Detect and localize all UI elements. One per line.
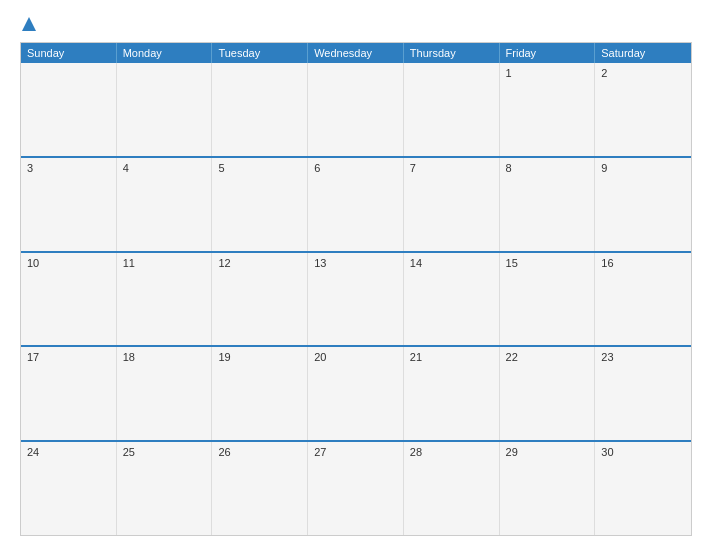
day-number: 8 — [506, 162, 512, 174]
day-number: 14 — [410, 257, 422, 269]
calendar: SundayMondayTuesdayWednesdayThursdayFrid… — [20, 42, 692, 536]
day-cell: 26 — [212, 442, 308, 535]
day-cell — [308, 63, 404, 156]
week-row-1: 12 — [21, 63, 691, 156]
day-number: 15 — [506, 257, 518, 269]
day-cell: 3 — [21, 158, 117, 251]
day-number: 5 — [218, 162, 224, 174]
day-number: 11 — [123, 257, 135, 269]
day-number: 7 — [410, 162, 416, 174]
day-cell — [117, 63, 213, 156]
logo-triangle-icon — [22, 17, 36, 31]
weeks-container: 1234567891011121314151617181920212223242… — [21, 63, 691, 535]
day-header-wednesday: Wednesday — [308, 43, 404, 63]
day-number: 3 — [27, 162, 33, 174]
day-cell: 23 — [595, 347, 691, 440]
day-number: 4 — [123, 162, 129, 174]
day-cell — [404, 63, 500, 156]
page: SundayMondayTuesdayWednesdayThursdayFrid… — [0, 0, 712, 550]
week-row-3: 10111213141516 — [21, 251, 691, 346]
day-header-tuesday: Tuesday — [212, 43, 308, 63]
day-cell: 30 — [595, 442, 691, 535]
day-number: 13 — [314, 257, 326, 269]
day-cell: 6 — [308, 158, 404, 251]
day-header-sunday: Sunday — [21, 43, 117, 63]
day-number: 29 — [506, 446, 518, 458]
day-cell: 16 — [595, 253, 691, 346]
day-number: 21 — [410, 351, 422, 363]
day-cell: 4 — [117, 158, 213, 251]
day-number: 20 — [314, 351, 326, 363]
day-cell: 9 — [595, 158, 691, 251]
day-cell: 18 — [117, 347, 213, 440]
day-cell: 25 — [117, 442, 213, 535]
day-cell: 15 — [500, 253, 596, 346]
day-number: 24 — [27, 446, 39, 458]
day-cell: 21 — [404, 347, 500, 440]
day-number: 1 — [506, 67, 512, 79]
day-number: 28 — [410, 446, 422, 458]
day-cell: 17 — [21, 347, 117, 440]
logo — [20, 18, 36, 32]
day-header-saturday: Saturday — [595, 43, 691, 63]
days-header: SundayMondayTuesdayWednesdayThursdayFrid… — [21, 43, 691, 63]
day-cell: 29 — [500, 442, 596, 535]
day-cell — [21, 63, 117, 156]
day-cell: 12 — [212, 253, 308, 346]
day-cell — [212, 63, 308, 156]
day-header-thursday: Thursday — [404, 43, 500, 63]
day-number: 22 — [506, 351, 518, 363]
day-cell: 14 — [404, 253, 500, 346]
day-header-monday: Monday — [117, 43, 213, 63]
day-number: 27 — [314, 446, 326, 458]
day-cell: 24 — [21, 442, 117, 535]
day-cell: 13 — [308, 253, 404, 346]
day-number: 23 — [601, 351, 613, 363]
day-number: 9 — [601, 162, 607, 174]
header — [20, 18, 692, 32]
day-number: 18 — [123, 351, 135, 363]
day-cell: 27 — [308, 442, 404, 535]
day-number: 26 — [218, 446, 230, 458]
day-cell: 19 — [212, 347, 308, 440]
day-number: 2 — [601, 67, 607, 79]
week-row-4: 17181920212223 — [21, 345, 691, 440]
day-number: 17 — [27, 351, 39, 363]
day-cell: 5 — [212, 158, 308, 251]
day-number: 10 — [27, 257, 39, 269]
day-cell: 8 — [500, 158, 596, 251]
day-cell: 1 — [500, 63, 596, 156]
day-number: 12 — [218, 257, 230, 269]
day-cell: 28 — [404, 442, 500, 535]
day-number: 6 — [314, 162, 320, 174]
day-number: 19 — [218, 351, 230, 363]
day-cell: 7 — [404, 158, 500, 251]
day-number: 16 — [601, 257, 613, 269]
day-cell: 11 — [117, 253, 213, 346]
day-cell: 10 — [21, 253, 117, 346]
day-cell: 22 — [500, 347, 596, 440]
day-cell: 2 — [595, 63, 691, 156]
week-row-5: 24252627282930 — [21, 440, 691, 535]
day-number: 30 — [601, 446, 613, 458]
week-row-2: 3456789 — [21, 156, 691, 251]
day-header-friday: Friday — [500, 43, 596, 63]
day-number: 25 — [123, 446, 135, 458]
day-cell: 20 — [308, 347, 404, 440]
